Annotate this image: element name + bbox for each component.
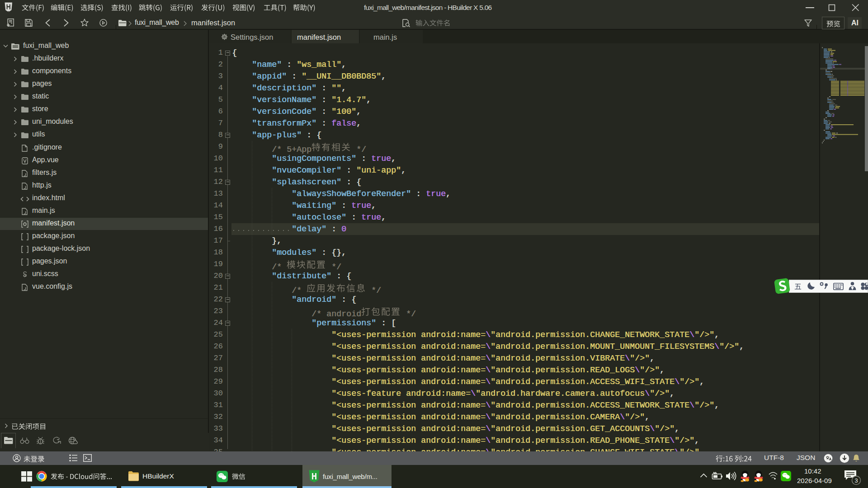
svg-text:3: 3 bbox=[854, 477, 858, 484]
